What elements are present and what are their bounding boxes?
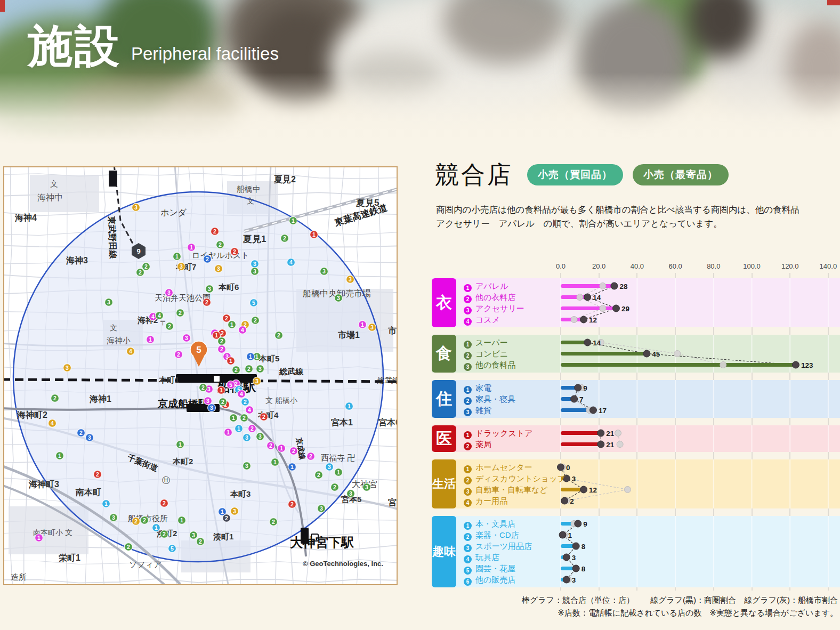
svg-text:1: 1: [348, 403, 351, 409]
svg-text:2: 2: [206, 256, 209, 262]
item-label: 雑貨: [475, 406, 491, 415]
svg-text:3: 3: [107, 299, 110, 305]
map-marker: 3: [256, 433, 264, 441]
svg-text:3: 3: [259, 433, 262, 440]
map-label: Ⓗ: [162, 475, 170, 484]
svg-text:4: 4: [151, 313, 155, 320]
map-marker: 1: [102, 500, 110, 508]
map-marker: 1: [310, 231, 318, 239]
svg-text:17: 17: [599, 407, 607, 415]
svg-text:1: 1: [37, 535, 41, 541]
map-marker: 2: [175, 351, 183, 359]
svg-text:2: 2: [277, 332, 280, 338]
map-marker: 4: [127, 348, 135, 356]
svg-text:2: 2: [333, 484, 336, 490]
svg-text:2: 2: [309, 453, 312, 459]
map-marker: 2: [240, 414, 248, 422]
map-label: 海神1: [89, 394, 111, 403]
map-marker: 2: [166, 322, 174, 330]
svg-text:2: 2: [244, 399, 247, 405]
map-marker: 2: [315, 471, 323, 479]
retail-category-badge[interactable]: 小売（買回品）: [527, 164, 623, 185]
corner-mark-right: [827, 0, 840, 5]
svg-text:1: 1: [280, 445, 283, 451]
svg-text:1: 1: [290, 464, 294, 470]
svg-text:2: 2: [221, 399, 224, 405]
chart: 0.020.040.060.080.0100.0120.0140.0衣1アパレル…: [432, 262, 840, 594]
svg-text:2: 2: [290, 501, 294, 507]
map-marker: 1: [288, 463, 296, 471]
map-label: 夏見2: [273, 175, 296, 184]
svg-text:4: 4: [158, 312, 161, 319]
svg-text:3: 3: [322, 268, 326, 274]
item-label: 園芸・花屋: [475, 564, 515, 573]
map-label: ソフィア: [129, 560, 161, 569]
map-label: 大神宮下駅: [290, 535, 354, 550]
chart-row-label: 1ホームセンター: [464, 462, 532, 473]
map-marker: 2: [270, 518, 278, 526]
map-label: 海神町2: [17, 410, 47, 419]
map-label: 本町2: [172, 457, 193, 466]
map-marker: 3: [251, 260, 259, 268]
map-label: 京成船橋駅: [157, 398, 209, 409]
svg-text:3: 3: [112, 514, 115, 521]
map-label: 栄町1: [59, 553, 80, 562]
map-marker: 1: [335, 469, 343, 476]
item-number-icon: 2: [464, 533, 472, 541]
map-marker: 2: [77, 429, 85, 437]
svg-text:1: 1: [220, 387, 223, 393]
svg-text:3: 3: [207, 386, 211, 392]
svg-text:9: 9: [583, 520, 587, 528]
chart-row-label: 2他の衣料店: [464, 292, 515, 303]
svg-text:2: 2: [139, 269, 142, 276]
map-marker: 2: [241, 398, 249, 406]
svg-text:1: 1: [58, 453, 61, 459]
item-number-icon: 2: [464, 397, 472, 405]
svg-text:14: 14: [593, 294, 601, 302]
svg-text:2: 2: [220, 338, 223, 344]
map-marker: 1: [56, 452, 64, 460]
item-number-icon: 1: [464, 386, 472, 394]
svg-text:2: 2: [96, 471, 99, 478]
map-marker: 2: [218, 337, 226, 345]
map-marker: 5: [168, 545, 176, 553]
map-marker: 2: [288, 500, 296, 508]
map-marker: 3: [63, 364, 71, 372]
svg-text:3: 3: [337, 295, 340, 301]
axis-tick-label: 60.0: [668, 262, 682, 270]
item-number-icon: 2: [464, 352, 472, 360]
svg-text:3: 3: [88, 434, 91, 441]
map-marker: 2: [204, 255, 212, 263]
svg-text:0: 0: [566, 464, 570, 472]
item-label: 楽器・CD店: [475, 530, 519, 539]
svg-text:4: 4: [51, 420, 54, 426]
chart-row-label: 2コンビニ: [464, 348, 508, 359]
map-marker: 1: [235, 425, 243, 433]
map-marker: 2: [51, 394, 59, 402]
item-label: カー用品: [475, 496, 507, 505]
map-label: 文: [247, 197, 254, 205]
svg-text:3: 3: [185, 335, 188, 341]
chart-section-food: 食1スーパー2コンビニ3他の食料品1445123: [432, 335, 840, 373]
svg-text:7: 7: [579, 395, 584, 403]
svg-text:2: 2: [219, 241, 222, 248]
map-label: 本町3: [230, 489, 251, 498]
legend-note: 棒グラフ：競合店（単位：店） 線グラフ(黒)：商圏割合 線グラフ(灰)：船橋市割…: [522, 594, 838, 607]
item-number-icon: 3: [464, 544, 472, 552]
item-number-icon: 1: [464, 465, 472, 473]
svg-text:1: 1: [229, 358, 232, 364]
svg-text:1: 1: [179, 441, 182, 448]
svg-text:3: 3: [208, 286, 211, 292]
svg-text:2: 2: [177, 351, 180, 358]
svg-text:3: 3: [572, 475, 576, 483]
map-marker: 1: [345, 402, 353, 410]
category-block: 生活: [432, 459, 456, 508]
map-marker: 3: [206, 285, 214, 293]
item-label: 他の食料品: [475, 360, 515, 369]
map-marker: 1: [359, 321, 367, 329]
retail-category-badge[interactable]: 小売（最寄品）: [633, 164, 729, 185]
svg-text:3: 3: [572, 576, 576, 584]
svg-text:12: 12: [589, 316, 597, 324]
svg-text:3: 3: [167, 289, 171, 296]
chart-row-label: 4カー用品: [464, 495, 507, 506]
